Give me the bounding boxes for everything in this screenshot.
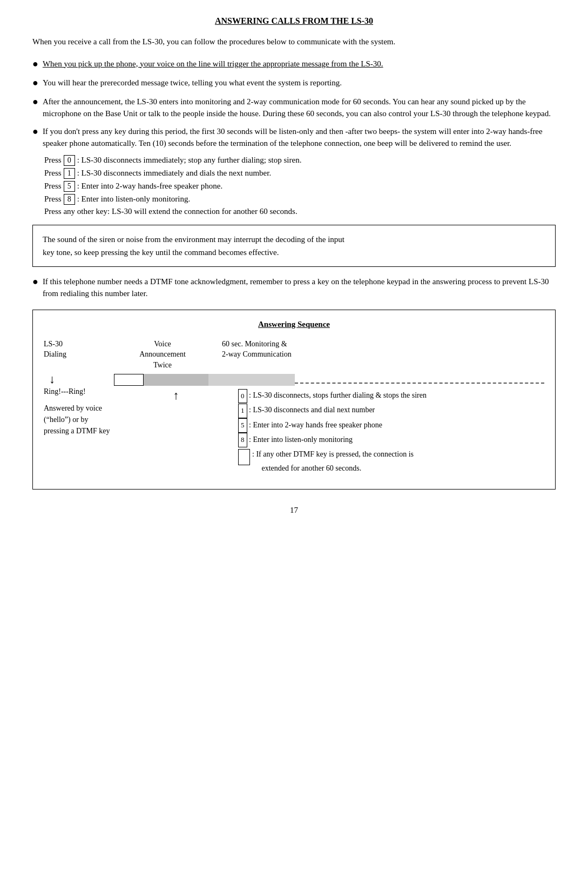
press-action-1: : LS-30 disconnects immediately and dial…	[77, 169, 272, 178]
bullet-icon: ●	[32, 57, 38, 71]
bullet-text-3: After the announcement, the LS-30 enters…	[43, 96, 556, 120]
bullet-text-dtmf: If this telephone number needs a DTMF to…	[43, 276, 556, 300]
note-line-1: The sound of the siren or noise from the…	[43, 235, 344, 244]
page-number: 17	[32, 506, 556, 515]
bullet-list: ● When you pick up the phone, your voice…	[32, 58, 556, 150]
phone-indicator-box	[114, 374, 144, 386]
key-action-row-1: 1 : LS-30 disconnects and dial next numb…	[238, 403, 427, 418]
col-label-monitoring: 60 sec. Monitoring &2-way Communication	[211, 339, 544, 371]
press-line-8: Press 8 : Enter into listen-only monitor…	[44, 194, 556, 205]
col-label-ls30: LS-30Dialing	[44, 339, 114, 371]
key-action-row-0: 0 : LS-30 disconnects, stops further dia…	[238, 388, 427, 403]
bullet-icon: ●	[32, 274, 38, 289]
key-action-text-5: : Enter into 2-way hands free speaker ph…	[249, 421, 382, 429]
ring-label: Ring!---Ring!	[44, 387, 114, 396]
key-action-row-other: : If any other DTMF key is pressed, the …	[238, 447, 427, 476]
press-line-0: Press 0 : LS-30 disconnects immediately;…	[44, 155, 556, 166]
list-item-dtmf: ● If this telephone number needs a DTMF …	[32, 276, 556, 300]
note-line-2: key tone, so keep pressing the key until…	[43, 248, 279, 257]
key-8: 8	[64, 194, 75, 205]
intro-paragraph: When you receive a call from the LS-30, …	[32, 36, 556, 48]
dtmf-bullet-list: ● If this telephone number needs a DTMF …	[32, 276, 556, 300]
bars-row	[114, 373, 544, 386]
press-any-key: Press any other key: LS-30 will extend t…	[44, 207, 556, 216]
bullet-text-2: You will hear the prerecorded message tw…	[43, 77, 556, 89]
key-action-text-8: : Enter into listen-only monitoring	[249, 435, 353, 444]
key-action-row-8: 8 : Enter into listen-only monitoring	[238, 433, 427, 447]
diagram-labels-row: LS-30Dialing VoiceAnnouncementTwice 60 s…	[44, 339, 544, 371]
list-item: ● You will hear the prerecorded message …	[32, 77, 556, 90]
up-arrow-col: ↑	[114, 388, 238, 476]
announcement-bar	[144, 374, 208, 386]
press-lines-section: Press 0 : LS-30 disconnects immediately;…	[44, 155, 556, 216]
press-line-1: Press 1 : LS-30 disconnects immediately …	[44, 168, 556, 179]
col-label-voice: VoiceAnnouncementTwice	[114, 339, 211, 371]
page-title: ANSWERING CALLS FROM THE LS-30	[32, 16, 556, 26]
key-inline-8: 8	[238, 433, 247, 447]
key-actions-col: 0 : LS-30 disconnects, stops further dia…	[238, 388, 427, 476]
key-inline-1: 1	[238, 404, 247, 418]
key-square-other	[238, 449, 250, 466]
press-line-5: Press 5 : Enter into 2-way hands-free sp…	[44, 181, 556, 192]
press-action-0: : LS-30 disconnects immediately; stop an…	[77, 156, 302, 165]
key-action-text-0: : LS-30 disconnects, stops further diali…	[249, 391, 427, 399]
press-action-8: : Enter into listen-only monitoring.	[77, 195, 191, 204]
key-inline-0: 0	[238, 389, 247, 404]
list-item: ● If you don't press any key during this…	[32, 125, 556, 150]
ls30-col: ↓ Ring!---Ring! Answered by voice (“hell…	[44, 373, 114, 476]
diagram-title: Answering Sequence	[44, 320, 544, 329]
press-label-8: Press	[44, 195, 62, 204]
list-item: ● When you pick up the phone, your voice…	[32, 58, 556, 71]
key-0: 0	[64, 155, 75, 166]
dashed-extension-line	[295, 383, 544, 384]
bullet-text-1: When you pick up the phone, your voice o…	[43, 58, 556, 70]
key-action-text-1: : LS-30 disconnects and dial next number	[249, 406, 375, 414]
bullet-icon: ●	[32, 76, 38, 90]
bottom-section: ↑ 0 : LS-30 disconnects, stops further d…	[114, 388, 544, 476]
press-label-1: Press	[44, 169, 62, 178]
key-action-row-5: 5 : Enter into 2-way hands free speaker …	[238, 418, 427, 433]
list-item: ● After the announcement, the LS-30 ente…	[32, 96, 556, 120]
press-label-0: Press	[44, 156, 62, 165]
flow-diagram-row: ↓ Ring!---Ring! Answered by voice (“hell…	[44, 373, 544, 476]
monitoring-bar	[208, 374, 295, 386]
key-inline-5: 5	[238, 418, 247, 433]
diagram-main-area: ↑ 0 : LS-30 disconnects, stops further d…	[114, 373, 544, 476]
up-arrow-icon: ↑	[173, 390, 179, 476]
bullet-icon: ●	[32, 124, 38, 139]
key-1: 1	[64, 168, 75, 179]
note-box: The sound of the siren or noise from the…	[32, 225, 556, 267]
answering-diagram-box: Answering Sequence LS-30Dialing VoiceAnn…	[32, 310, 556, 490]
down-arrow-icon: ↓	[49, 373, 114, 385]
press-action-5: : Enter into 2-way hands-free speaker ph…	[77, 182, 222, 191]
bullet-icon: ●	[32, 95, 38, 109]
answered-label: Answered by voice (“hello”) or by pressi…	[44, 403, 114, 437]
press-label-5: Press	[44, 182, 62, 191]
bullet-text-4: If you don't press any key during this p…	[43, 125, 556, 150]
key-5: 5	[64, 181, 75, 192]
key-action-text-other: : If any other DTMF key is pressed, the …	[252, 447, 414, 476]
